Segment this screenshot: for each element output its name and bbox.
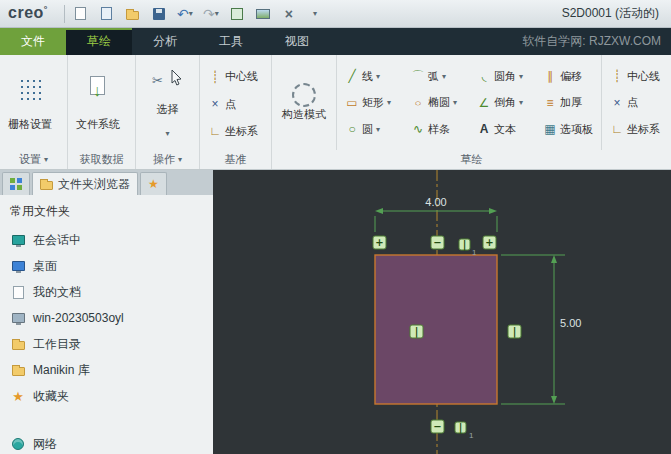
model-tree-tab[interactable] (2, 172, 30, 195)
chevron-down-icon[interactable]: ▾ (453, 98, 457, 107)
group-label-operations[interactable]: 操作▾ (136, 150, 199, 169)
tab-analysis[interactable]: 分析 (132, 28, 198, 55)
folder-item-working-directory[interactable]: 工作目录 (10, 331, 213, 357)
fillet-button[interactable]: ◟圆角▾ (473, 68, 527, 85)
tab-view[interactable]: 视图 (264, 28, 330, 55)
constraint-handle[interactable]: | (508, 325, 521, 338)
folder-item-my-documents[interactable]: 我的文档 (10, 279, 213, 305)
cut-button[interactable]: ✂ (152, 73, 163, 88)
chevron-down-icon[interactable]: ▾ (189, 9, 193, 18)
navigator-panel: 文件夹浏览器 ★ 常用文件夹 在会话中 桌面 我的文档 win-20230503… (0, 170, 213, 454)
chevron-down-icon[interactable]: ▾ (376, 72, 380, 81)
arc-button[interactable]: ⌒弧▾ (407, 68, 450, 85)
new-file-icon (75, 7, 86, 20)
constraint-handle[interactable]: | (459, 239, 470, 251)
tab-file[interactable]: 文件 (0, 28, 66, 55)
constraint-handle[interactable]: − (431, 420, 444, 433)
sketch-centerline-button[interactable]: ┊中心线 (606, 68, 664, 85)
datum-centerline-button[interactable]: ┊中心线 (204, 68, 262, 85)
circle-icon: ○ (345, 122, 359, 136)
sketch-canvas[interactable]: 4.00 5.00 + − (213, 170, 671, 454)
favorites-tab[interactable]: ★ (140, 172, 167, 195)
rectangle-icon: ▭ (345, 96, 359, 110)
arrowhead-icon (551, 396, 557, 404)
constraint-handle[interactable]: + (483, 236, 496, 249)
folder-item-desktop[interactable]: 桌面 (10, 253, 213, 279)
regenerate-button[interactable] (227, 4, 247, 24)
ellipse-button[interactable]: ○椭圆▾ (407, 94, 461, 111)
point-icon: × (208, 97, 222, 111)
sketch-column-1: ╱线▾ ▭矩形▾ ○圆▾ (337, 55, 403, 150)
chevron-down-icon[interactable]: ▾ (165, 129, 169, 138)
folder-item-label: 桌面 (33, 258, 57, 275)
height-dimension-value[interactable]: 5.00 (560, 317, 581, 329)
spline-label: 样条 (428, 122, 450, 137)
star-icon: ★ (10, 388, 26, 404)
circle-button[interactable]: ○圆▾ (341, 121, 384, 138)
close-window-button[interactable]: × (279, 4, 299, 24)
tab-sketch[interactable]: 草绘 (66, 28, 132, 55)
constraint-handle[interactable]: + (373, 236, 386, 249)
redo-button[interactable]: ↷▾ (201, 4, 221, 24)
thicken-button[interactable]: ≡加厚 (539, 94, 586, 111)
folder-item-in-session[interactable]: 在会话中 (10, 227, 213, 253)
new-file-button[interactable] (71, 4, 91, 24)
palette-button[interactable]: ▦选项板 (539, 121, 597, 138)
sketch-rectangle[interactable] (375, 255, 497, 404)
sketch-csys-button[interactable]: ∟坐标系 (606, 121, 664, 138)
chevron-down-icon[interactable]: ▾ (215, 9, 219, 18)
chevron-down-icon[interactable]: ▾ (519, 72, 523, 81)
select-button[interactable]: 选择 (157, 102, 179, 117)
constraint-handle[interactable]: − (431, 236, 444, 249)
offset-button[interactable]: ∥偏移 (539, 68, 586, 85)
undo-button[interactable]: ↶▾ (175, 4, 195, 24)
constraint-handle[interactable]: | (455, 422, 466, 434)
toolbar-options-button[interactable]: ▾ (305, 4, 325, 24)
chevron-down-icon: ▾ (44, 155, 48, 164)
group-label-settings[interactable]: 设置▾ (0, 150, 67, 169)
undo-icon: ↶ (177, 6, 189, 22)
folder-icon (10, 336, 26, 352)
line-button[interactable]: ╱线▾ (341, 68, 384, 85)
constraint-tag: 1 (469, 431, 474, 440)
tab-tools[interactable]: 工具 (198, 28, 264, 55)
folder-item-manikin-library[interactable]: Manikin 库 (10, 357, 213, 383)
chevron-down-icon[interactable]: ▾ (376, 125, 380, 134)
datum-csys-button[interactable]: ∟坐标系 (204, 123, 262, 140)
folder-item-favorites[interactable]: ★收藏夹 (10, 383, 213, 409)
file-system-icon: ↓ (86, 76, 110, 102)
chevron-down-icon[interactable]: ▾ (519, 98, 523, 107)
file-system-button[interactable]: ↓ 文件系统 (72, 58, 124, 150)
fillet-icon: ◟ (477, 69, 491, 83)
cursor-icon (171, 70, 183, 90)
folder-item-network[interactable]: 网络 (10, 431, 213, 454)
width-dimension[interactable]: 4.00 (375, 196, 497, 232)
datum-point-button[interactable]: ×点 (204, 96, 240, 113)
document-icon (101, 7, 112, 20)
svg-text:|: | (513, 326, 517, 338)
datum-centerline-label: 中心线 (225, 69, 258, 84)
chevron-down-icon[interactable]: ▾ (442, 72, 446, 81)
group-label-datum: 基准 (200, 150, 271, 169)
open-button[interactable] (123, 4, 143, 24)
rectangle-button[interactable]: ▭矩形▾ (341, 94, 395, 111)
creo-logo: creo° (8, 4, 48, 22)
text-button[interactable]: A文本 (473, 121, 520, 138)
chamfer-button[interactable]: ∠倒角▾ (473, 94, 527, 111)
chevron-down-icon[interactable]: ▾ (387, 98, 391, 107)
arrowhead-icon (551, 255, 557, 263)
open-recent-button[interactable] (97, 4, 117, 24)
folder-browser-tab[interactable]: 文件夹浏览器 (32, 172, 138, 195)
grid-settings-button[interactable]: 栅格设置 (4, 58, 56, 150)
display-style-button[interactable] (253, 4, 273, 24)
save-button[interactable] (149, 4, 169, 24)
width-dimension-value[interactable]: 4.00 (425, 196, 446, 208)
spline-button[interactable]: ∿样条 (407, 121, 454, 138)
constraint-handle[interactable]: | (410, 325, 423, 338)
regenerate-icon (231, 8, 243, 20)
folder-item-label: 在会话中 (33, 232, 81, 249)
sketch-point-button[interactable]: ×点 (606, 94, 642, 111)
folder-item-computer[interactable]: win-20230503oyl (10, 305, 213, 331)
arrowhead-icon (375, 208, 383, 214)
construction-mode-button[interactable]: 构造模式 (278, 81, 330, 124)
